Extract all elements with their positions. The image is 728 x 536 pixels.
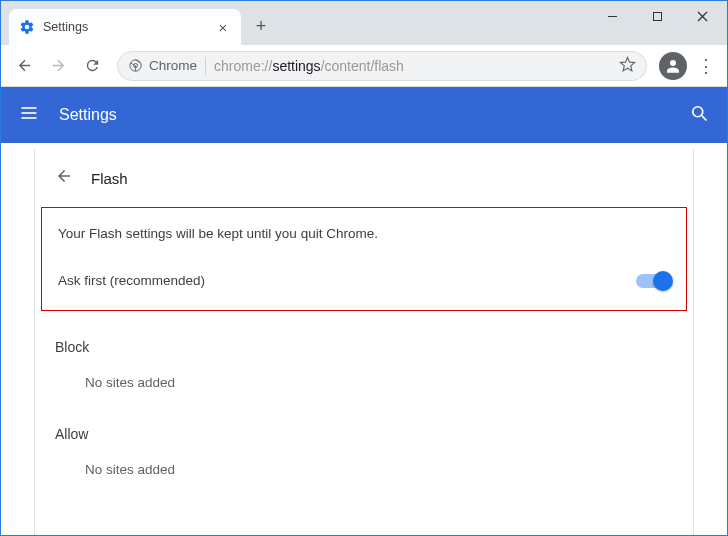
search-icon[interactable] <box>689 103 709 127</box>
bookmark-star-icon[interactable] <box>619 56 636 76</box>
browser-tab[interactable]: Settings × <box>9 9 241 45</box>
block-empty-text: No sites added <box>35 369 693 416</box>
highlighted-settings-box: Your Flash settings will be kept until y… <box>41 207 687 311</box>
ask-first-toggle[interactable] <box>636 274 670 288</box>
browser-toolbar: Chrome chrome://settings/content/flash ⋮ <box>1 45 727 87</box>
tab-title: Settings <box>43 20 207 34</box>
svg-point-12 <box>693 107 703 117</box>
minimize-button[interactable] <box>590 1 635 31</box>
profile-avatar-icon[interactable] <box>659 52 687 80</box>
tab-close-icon[interactable]: × <box>215 19 231 35</box>
new-tab-button[interactable]: + <box>247 12 275 40</box>
omnibox-divider <box>205 57 206 75</box>
allow-empty-text: No sites added <box>35 456 693 503</box>
block-section-title: Block <box>35 329 693 369</box>
settings-gear-icon <box>19 19 35 35</box>
settings-content: Flash Your Flash settings will be kept u… <box>1 143 727 535</box>
forward-button[interactable] <box>43 51 73 81</box>
content-sub-title: Flash <box>91 170 128 187</box>
back-button[interactable] <box>9 51 39 81</box>
flash-notice-text: Your Flash settings will be kept until y… <box>58 226 670 241</box>
chrome-chip-label: Chrome <box>149 58 197 73</box>
window-controls <box>590 1 725 31</box>
svg-rect-1 <box>654 12 662 20</box>
settings-card: Flash Your Flash settings will be kept u… <box>34 149 694 535</box>
browser-menu-icon[interactable]: ⋮ <box>693 51 719 81</box>
svg-line-13 <box>702 116 707 121</box>
close-window-button[interactable] <box>680 1 725 31</box>
settings-title: Settings <box>59 106 117 124</box>
reload-button[interactable] <box>77 51 107 81</box>
menu-icon[interactable] <box>19 103 39 127</box>
content-back-icon[interactable] <box>55 167 73 189</box>
url-text: chrome://settings/content/flash <box>214 58 611 74</box>
ask-first-label: Ask first (recommended) <box>58 273 205 288</box>
address-bar[interactable]: Chrome chrome://settings/content/flash <box>117 51 647 81</box>
allow-section-title: Allow <box>35 416 693 456</box>
settings-header: Settings <box>1 87 727 143</box>
content-sub-header: Flash <box>35 149 693 203</box>
chrome-chip: Chrome <box>128 58 197 73</box>
maximize-button[interactable] <box>635 1 680 31</box>
window-titlebar: Settings × + <box>1 1 727 45</box>
ask-first-toggle-row: Ask first (recommended) <box>58 273 670 288</box>
